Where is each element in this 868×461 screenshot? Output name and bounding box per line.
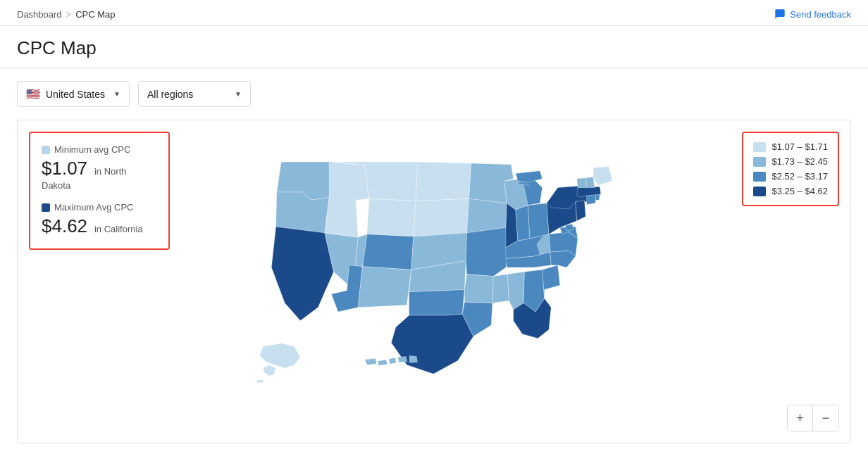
state-hi-5 (409, 355, 417, 362)
state-hi-4 (398, 357, 407, 362)
state-sc (542, 265, 560, 298)
controls-row: 🇺🇸 United States ▼ All regions ▼ (0, 68, 868, 120)
legend-color-1 (753, 142, 766, 152)
country-dropdown[interactable]: 🇺🇸 United States ▼ (17, 81, 130, 107)
state-nj (576, 200, 585, 221)
state-oh (528, 203, 549, 239)
page-title: CPC Map (17, 37, 851, 59)
state-ar (464, 274, 493, 303)
state-ri (595, 194, 600, 200)
legend-color-3 (753, 172, 766, 182)
top-bar: Dashboard > CPC Map Send feedback (0, 0, 868, 26)
state-ms (492, 274, 509, 303)
feedback-icon (774, 8, 786, 20)
state-sd (414, 198, 469, 236)
stats-card: Minimum avg CPC $1.07 in North Dakota Ma… (29, 132, 170, 250)
legend-color-4 (753, 187, 766, 196)
state-in (516, 206, 530, 241)
state-hi-2 (378, 360, 388, 365)
region-label: All regions (147, 89, 229, 100)
page-header: CPC Map (0, 26, 868, 68)
map-container: Minimum avg CPC $1.07 in North Dakota Ma… (17, 120, 851, 443)
zoom-out-button[interactable]: − (813, 405, 838, 431)
state-vt (577, 178, 587, 188)
legend-item-3: $2.52 – $3.17 (753, 171, 828, 182)
breadcrumb-dashboard[interactable]: Dashboard (17, 9, 62, 20)
legend-card: $1.07 – $1.71 $1.73 – $2.45 $2.52 – $3.1… (742, 132, 839, 206)
max-cpc-stat: Maximum Avg CPC $4.62 in California (42, 202, 157, 237)
min-cpc-stat: Minimum avg CPC $1.07 in North Dakota (42, 144, 157, 191)
legend-item-4: $3.25 – $4.62 (753, 186, 828, 196)
state-hi-1 (365, 358, 377, 365)
zoom-in-button[interactable]: + (788, 405, 813, 431)
state-ct (587, 194, 596, 204)
chevron-down-icon: ▼ (113, 90, 120, 98)
state-hi-3 (389, 358, 396, 364)
legend-color-2 (753, 157, 766, 167)
state-wy (367, 198, 416, 236)
state-id (325, 162, 369, 237)
chevron-down-icon-2: ▼ (235, 90, 242, 98)
state-me (593, 166, 612, 185)
legend-item-2: $1.73 – $2.45 (753, 156, 828, 167)
state-ok (409, 290, 465, 316)
state-nd (416, 162, 471, 201)
state-tx (391, 314, 473, 374)
state-ak-island1 (257, 380, 264, 383)
country-label: United States (46, 89, 108, 100)
usa-map (180, 134, 709, 400)
state-ia (467, 198, 507, 233)
country-flag: 🇺🇸 (26, 87, 40, 101)
breadcrumb-current: CPC Map (75, 9, 115, 20)
state-nm (358, 267, 411, 308)
zoom-controls: + − (787, 405, 839, 431)
send-feedback-link[interactable]: Send feedback (774, 8, 851, 20)
region-dropdown[interactable]: All regions ▼ (138, 81, 251, 107)
legend-item-1: $1.07 – $1.71 (753, 141, 828, 152)
state-mi-upper (516, 171, 542, 182)
breadcrumb: Dashboard > CPC Map (17, 9, 116, 20)
state-ca (271, 227, 333, 321)
state-nh (585, 177, 595, 187)
state-ak (260, 343, 300, 368)
min-color-dot (42, 146, 50, 154)
state-mo (466, 227, 507, 276)
max-color-dot (42, 203, 50, 212)
state-co (362, 234, 413, 270)
state-ak-peninsula (263, 365, 275, 376)
breadcrumb-separator: > (66, 9, 72, 20)
